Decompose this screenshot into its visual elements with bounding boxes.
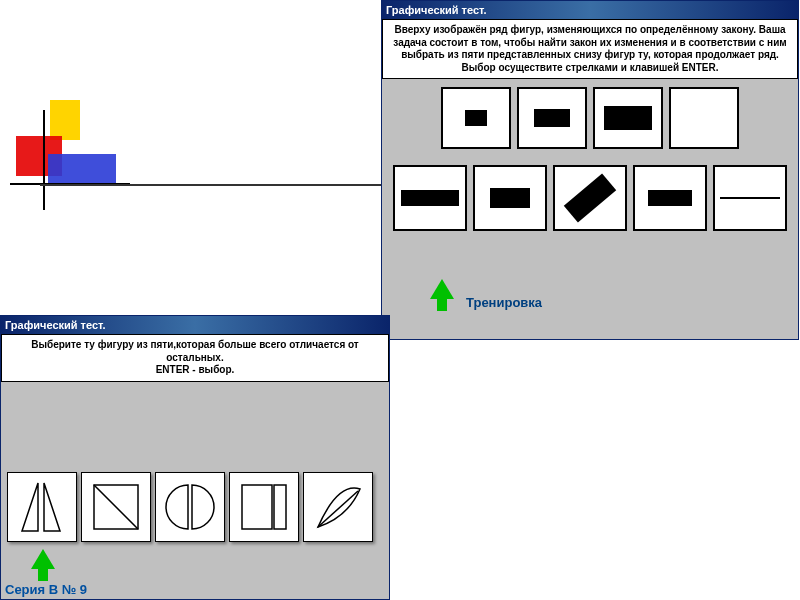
shape-tile[interactable] xyxy=(81,472,151,542)
leaf-icon xyxy=(308,477,368,537)
shapes-row xyxy=(1,382,389,548)
split-square-icon xyxy=(234,477,294,537)
crossed-square-icon xyxy=(86,477,146,537)
training-label: Тренировка xyxy=(466,295,542,310)
shape-rect xyxy=(648,190,692,206)
shape-tile[interactable] xyxy=(7,472,77,542)
shape-rect xyxy=(465,110,487,126)
choice-tile[interactable] xyxy=(473,165,547,231)
svg-line-6 xyxy=(94,485,138,529)
choice-tile[interactable] xyxy=(633,165,707,231)
choice-tile[interactable] xyxy=(713,165,787,231)
sequence-tile xyxy=(517,87,587,149)
window-oddone-test: Графический тест. Выберите ту фигуру из … xyxy=(0,315,390,600)
shape-line xyxy=(720,197,780,199)
arrow-up-icon xyxy=(430,279,454,299)
sequence-tile xyxy=(669,87,739,149)
choices-row xyxy=(382,157,798,239)
series-label: Серия B № 9 xyxy=(5,582,87,597)
sequence-row xyxy=(382,79,798,157)
shape-rect xyxy=(564,174,616,223)
selection-arrow-top xyxy=(430,279,454,299)
selection-arrow-bottom xyxy=(31,549,55,569)
shape-rect xyxy=(604,106,652,130)
shape-rect xyxy=(534,109,570,127)
instruction-top: Вверху изображён ряд фигур, изменяющихся… xyxy=(382,19,798,79)
svg-rect-2 xyxy=(48,154,116,184)
shape-tile[interactable] xyxy=(155,472,225,542)
divider-line xyxy=(40,184,400,186)
logo-graphic xyxy=(10,90,130,220)
shape-rect xyxy=(401,190,459,206)
sequence-tile xyxy=(593,87,663,149)
choice-tile[interactable] xyxy=(553,165,627,231)
shape-rect xyxy=(490,188,530,208)
shape-tile[interactable] xyxy=(229,472,299,542)
svg-rect-8 xyxy=(274,485,286,529)
sequence-tile xyxy=(441,87,511,149)
titlebar-top: Графический тест. xyxy=(382,1,798,19)
triangle-pair-icon xyxy=(12,477,72,537)
titlebar-bottom: Графический тест. xyxy=(1,316,389,334)
instruction-bottom: Выберите ту фигуру из пяти,которая больш… xyxy=(1,334,389,382)
svg-rect-7 xyxy=(242,485,272,529)
svg-rect-0 xyxy=(50,100,80,140)
arrow-up-icon xyxy=(31,549,55,569)
split-circle-icon xyxy=(160,477,220,537)
shape-tile[interactable] xyxy=(303,472,373,542)
window-sequence-test: Графический тест. Вверху изображён ряд ф… xyxy=(381,0,799,340)
choice-tile[interactable] xyxy=(393,165,467,231)
